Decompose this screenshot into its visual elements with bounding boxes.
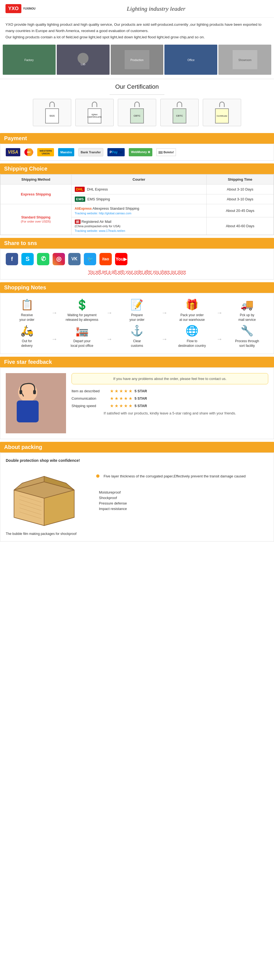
note-icon-pickup: 🚚 (241, 299, 253, 311)
note-postoffice: 🏣 Depart yourlocal post office (64, 325, 100, 348)
ali-time: About 20-45 Days (207, 204, 274, 217)
note-icon-payment: 💲 (76, 299, 89, 311)
certification-section: Our Certification SGS IQNetCERTIFICATE C… (0, 79, 274, 130)
star-4: ★ (124, 388, 128, 394)
cert-seal-cbtc1: CBTC (130, 108, 144, 124)
cert-seal-sgs: SGS (45, 108, 59, 124)
feedback-row-communication: Communication ★ ★ ★ ★ ★ 5 STAR (72, 396, 268, 401)
skype-icon[interactable]: S (21, 253, 34, 265)
note-label-pack: Pack your orderat our warehouse (179, 313, 205, 322)
cert-cbtc1: CBTC (118, 99, 156, 126)
instagram-icon[interactable]: ◎ (53, 253, 65, 265)
cert-sgs: SGS (33, 99, 71, 126)
header: YXO YUXINOU Lighting industry leader (0, 0, 274, 18)
dhl-time: About 3-10 Days (207, 184, 274, 194)
payment-banner: Payment (0, 133, 274, 144)
photo-5: Showroom (218, 45, 271, 75)
svg-text:Office: Office (187, 59, 194, 62)
dhl-logo: DHL (75, 187, 85, 192)
svg-text:Production: Production (131, 59, 143, 62)
chinapost-logo: 邮 (75, 220, 81, 224)
note-icon-receive: 📋 (21, 299, 33, 311)
note-label-prepare: Prepareyour order (130, 313, 145, 322)
logo: YXO YUXINOU (5, 4, 36, 13)
star-c4: ★ (124, 396, 128, 401)
visa-logo: VISA (6, 148, 20, 156)
cert-hook-5 (219, 102, 225, 107)
shopping-notes-banner: Shopping Notes (0, 282, 274, 293)
note-outdelivery: 🛵 Out fordelivery (9, 325, 45, 348)
post-time: About 40-60 Days (207, 217, 274, 235)
col-time: Shipping Time (207, 174, 274, 184)
star-s1: ★ (110, 403, 114, 409)
photo-4: Office (164, 45, 217, 75)
note-icon-sort: 🔧 (241, 325, 253, 337)
packing-section: Double protection shop wite confidence! (0, 452, 274, 541)
aliexpress-logo: AliExpress (75, 207, 92, 210)
packing-content: The bubble film making packages for shoc… (6, 468, 268, 536)
stars-communication: ★ ★ ★ ★ ★ (110, 396, 132, 401)
note-label-sort: Process throughsort facility (235, 339, 259, 348)
shipping-banner: Shipping Choice (0, 164, 274, 174)
note-icon-outdelivery: 🛵 (21, 325, 33, 337)
photo-2: Lab (57, 45, 110, 75)
company-desc-1: YXO provide high quality lighting produc… (5, 22, 269, 34)
note-label-postoffice: Depart yourlocal post office (71, 339, 94, 348)
payment-wrapper: Payment VISA MC WESTERNUNION Maestro Ban… (0, 133, 274, 161)
sns-icons-row: f S ✆ ◎ VK 🐦 itao You▶ (6, 253, 268, 265)
packing-features: Five layer thickness of the corrugated p… (96, 468, 268, 512)
bank-transfer-logo: Bank Transfer (78, 148, 103, 156)
facebook-icon[interactable]: f (6, 253, 18, 265)
express-shipping-row-dhl: Express Shipping DHL DHL Express About 3… (0, 184, 274, 194)
feedback-photo (6, 373, 66, 433)
stars-shipping: ★ ★ ★ ★ ★ (110, 403, 132, 409)
standard-shipping-row-ali: Standard Shipping(For order over USD5) A… (0, 204, 274, 217)
rating-described: 5 STAR (135, 389, 147, 393)
ali-tracking: Tracking website: http://global.cainiao.… (75, 212, 203, 215)
feedback-banner: Five star feedback (0, 357, 274, 368)
western-union-logo: WESTERNUNION (37, 148, 54, 156)
feature-main-text: Five layer thickness of the corrugated p… (104, 474, 246, 479)
arrow-5: → (51, 336, 57, 343)
arrow-4: → (217, 309, 223, 317)
note-icon-pack: 🎁 (185, 299, 198, 311)
whatsapp-icon[interactable]: ✆ (37, 253, 49, 265)
vk-icon[interactable]: VK (68, 253, 81, 265)
express-method-label: Express Shipping (0, 184, 72, 204)
rating-communication: 5 STAR (135, 396, 147, 401)
feedback-label-shipping: Shipping speed (72, 404, 110, 408)
notes-row-2: 🛵 Out fordelivery → 🏣 Depart yourlocal p… (6, 325, 268, 348)
ems-cell: EMS EMS Shipping (71, 194, 207, 204)
note-icon-prepare: 📝 (131, 299, 143, 311)
itao-icon[interactable]: itao (99, 253, 112, 265)
boleto-logo: ||||| Boleto! (156, 148, 176, 156)
feature-pressure: Pressure defense (96, 501, 268, 505)
star-c1: ★ (110, 396, 114, 401)
shipping-table: Shipping Method Courier Shipping Time Ex… (0, 174, 274, 235)
svg-text:Factory: Factory (25, 59, 34, 62)
svg-rect-15 (19, 390, 22, 394)
cert-seal-arabic: Certificate (215, 108, 229, 124)
rating-shipping: 5 STAR (135, 404, 147, 408)
note-icon-flow: 🌐 (185, 325, 198, 337)
cert-seal-cbtc2: CBTC (173, 108, 186, 124)
star-s5: ★ (129, 403, 132, 409)
note-customs: ⚓ Clearcustoms (119, 325, 155, 348)
star-3: ★ (119, 388, 123, 394)
note-sort: 🔧 Process throughsort facility (229, 325, 265, 348)
feedback-section: If you have any problems about the order… (0, 368, 274, 439)
five-layer-block: Five layer thickness of the corrugated p… (96, 474, 268, 485)
cert-iqnet: IQNetCERTIFICATE (75, 99, 114, 126)
note-label-payment: Waiting for paymentreleased by aliexpres… (65, 313, 98, 322)
packing-feature-list: Moistureproof Shockproof Pressure defens… (96, 490, 268, 511)
note-prepare: 📝 Prepareyour order (119, 299, 155, 322)
twitter-icon[interactable]: 🐦 (84, 253, 96, 265)
arrow-2: → (107, 309, 113, 317)
youtube-icon[interactable]: You▶ (115, 253, 127, 265)
star-c5: ★ (129, 396, 132, 401)
star-c3: ★ (119, 396, 123, 401)
cert-arabic: Certificate (203, 99, 241, 126)
svg-text:Lab: Lab (81, 63, 86, 66)
note-pickup: 🚚 Pck up bymail service (229, 299, 265, 322)
chinapost-cell: 邮 Registered Air Mail(China post/epacket… (71, 217, 207, 235)
